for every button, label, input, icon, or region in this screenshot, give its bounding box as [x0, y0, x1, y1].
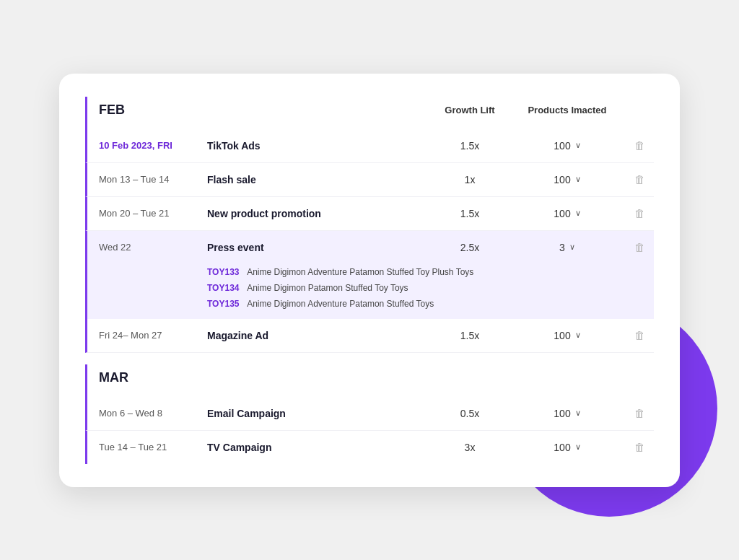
event-products: 100 ∨ — [510, 174, 625, 185]
press-event-main-row: Wed 22 Press event 2.5x 3 ∨ 🗑 — [87, 231, 654, 264]
event-action: 🗑 — [625, 207, 654, 220]
event-name: Magazine Ad — [207, 330, 430, 341]
main-card: FEB Growth Lift Products Imacted 10 Feb … — [59, 74, 680, 487]
trash-icon[interactable]: 🗑 — [634, 207, 645, 219]
event-growth: 3x — [430, 442, 510, 453]
event-action: 🗑 — [625, 329, 654, 342]
event-row: Mon 6 – Wed 8 Email Campaign 0.5x 100 ∨ … — [85, 397, 654, 431]
event-growth: 1.5x — [430, 330, 510, 341]
event-products: 100 ∨ — [510, 442, 625, 453]
event-date: Fri 24– Mon 27 — [99, 330, 207, 341]
event-date: 10 Feb 2023, FRI — [99, 140, 207, 151]
events-table: FEB Growth Lift Products Imacted 10 Feb … — [85, 97, 654, 464]
event-date: Mon 6 – Wed 8 — [99, 408, 207, 419]
mar-header-row: MAR — [85, 364, 654, 397]
sub-item-row: TOY133 Anime Digimon Adventure Patamon S… — [87, 264, 654, 280]
press-event-block: Wed 22 Press event 2.5x 3 ∨ 🗑 — [85, 231, 654, 319]
event-action: 🗑 — [625, 441, 654, 454]
feb-header-row: FEB Growth Lift Products Imacted — [85, 97, 654, 129]
chevron-down-icon[interactable]: ∨ — [575, 175, 581, 184]
event-action: 🗑 — [625, 241, 654, 254]
event-name: Press event — [207, 242, 430, 253]
sub-item-row: TOY135 Anime Digimon Adventure Patamon S… — [87, 296, 654, 319]
products-impacted-header: Products Imacted — [510, 105, 625, 115]
feb-month-label: FEB — [99, 102, 125, 117]
toy-name: Anime Digimon Adventure Patamon Stuffed … — [247, 299, 434, 309]
trash-icon[interactable]: 🗑 — [634, 241, 645, 253]
chevron-down-icon[interactable]: ∨ — [575, 209, 581, 218]
event-row: Tue 14 – Tue 21 TV Campaign 3x 100 ∨ 🗑 — [85, 431, 654, 464]
toy-id: TOY135 — [207, 299, 239, 309]
trash-icon[interactable]: 🗑 — [634, 173, 645, 185]
event-date: Tue 14 – Tue 21 — [99, 442, 207, 452]
event-growth: 1.5x — [430, 208, 510, 219]
mar-section: MAR Mon 6 – Wed 8 Email Campaign 0.5x 10… — [85, 364, 654, 464]
event-growth: 1.5x — [430, 140, 510, 152]
event-growth: 2.5x — [430, 242, 510, 253]
event-name: New product promotion — [207, 208, 430, 219]
event-name: Flash sale — [207, 174, 430, 185]
toy-name: Anime Digimon Patamon Stuffed Toy Toys — [247, 283, 408, 293]
event-name: Email Campaign — [207, 408, 430, 419]
event-name: TV Campaign — [207, 442, 430, 453]
trash-icon[interactable]: 🗑 — [634, 407, 645, 419]
event-products: 100 ∨ — [510, 408, 625, 419]
month-spacer — [85, 353, 654, 364]
toy-id: TOY134 — [207, 283, 239, 293]
chevron-down-icon[interactable]: ∨ — [575, 408, 581, 418]
growth-lift-header: Growth Lift — [430, 105, 510, 115]
event-date: Mon 13 – Tue 14 — [99, 174, 207, 185]
trash-icon[interactable]: 🗑 — [634, 329, 645, 341]
sub-item: TOY133 Anime Digimon Adventure Patamon S… — [207, 267, 473, 277]
page-wrapper: FEB Growth Lift Products Imacted 10 Feb … — [0, 0, 739, 560]
event-products: 100 ∨ — [510, 330, 625, 341]
event-growth: 0.5x — [430, 408, 510, 419]
event-row: Fri 24– Mon 27 Magazine Ad 1.5x 100 ∨ 🗑 — [85, 319, 654, 353]
mar-label-spacer: MAR — [99, 370, 207, 385]
mar-month-label: MAR — [99, 370, 128, 385]
sub-item: TOY135 Anime Digimon Adventure Patamon S… — [207, 299, 434, 309]
chevron-down-icon[interactable]: ∨ — [575, 141, 581, 150]
event-date: Mon 20 – Tue 21 — [99, 208, 207, 219]
sub-item: TOY134 Anime Digimon Patamon Stuffed Toy… — [207, 283, 408, 293]
sub-item-row: TOY134 Anime Digimon Patamon Stuffed Toy… — [87, 280, 654, 296]
toy-name: Anime Digimon Adventure Patamon Stuffed … — [247, 267, 473, 277]
event-date: Wed 22 — [99, 242, 207, 253]
chevron-down-icon[interactable]: ∨ — [575, 331, 581, 340]
event-action: 🗑 — [625, 407, 654, 420]
event-row: Mon 13 – Tue 14 Flash sale 1x 100 ∨ 🗑 — [85, 163, 654, 197]
feb-label-spacer: FEB — [99, 102, 207, 118]
event-products: 3 ∨ — [510, 242, 625, 253]
event-name: TikTok Ads — [207, 140, 430, 152]
feb-section: FEB Growth Lift Products Imacted 10 Feb … — [85, 97, 654, 353]
event-action: 🗑 — [625, 139, 654, 152]
trash-icon[interactable]: 🗑 — [634, 139, 645, 152]
event-row: 10 Feb 2023, FRI TikTok Ads 1.5x 100 ∨ 🗑 — [85, 129, 654, 163]
event-row: Mon 20 – Tue 21 New product promotion 1.… — [85, 197, 654, 231]
event-products: 100 ∨ — [510, 140, 625, 152]
event-action: 🗑 — [625, 173, 654, 186]
event-products: 100 ∨ — [510, 208, 625, 219]
trash-icon[interactable]: 🗑 — [634, 441, 645, 453]
event-growth: 1x — [430, 174, 510, 185]
chevron-down-icon[interactable]: ∨ — [575, 442, 581, 452]
toy-id: TOY133 — [207, 267, 239, 277]
chevron-down-icon[interactable]: ∨ — [569, 242, 575, 252]
